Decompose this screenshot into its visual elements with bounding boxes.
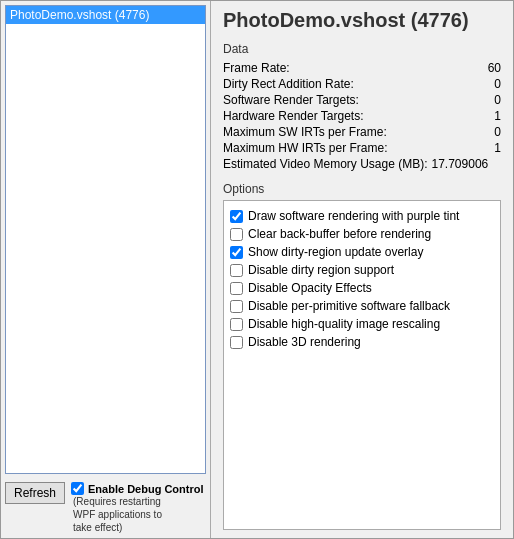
data-row-label: Hardware Render Targets: bbox=[223, 109, 364, 123]
enable-debug-checkbox[interactable] bbox=[71, 482, 84, 495]
data-row: Software Render Targets:0 bbox=[223, 92, 501, 108]
option-checkbox[interactable] bbox=[230, 210, 243, 223]
option-label: Disable Opacity Effects bbox=[248, 281, 372, 295]
data-row-label: Dirty Rect Addition Rate: bbox=[223, 77, 354, 91]
main-window: PhotoDemo.vshost (4776) Refresh Enable D… bbox=[0, 0, 514, 539]
data-row: Hardware Render Targets:1 bbox=[223, 108, 501, 124]
option-checkbox[interactable] bbox=[230, 246, 243, 259]
option-checkbox[interactable] bbox=[230, 228, 243, 241]
data-row-value: 0 bbox=[494, 93, 501, 107]
option-label: Disable dirty region support bbox=[248, 263, 394, 277]
data-row: Frame Rate:60 bbox=[223, 60, 501, 76]
data-row: Dirty Rect Addition Rate:0 bbox=[223, 76, 501, 92]
process-list[interactable]: PhotoDemo.vshost (4776) bbox=[5, 5, 206, 474]
data-row-label: Software Render Targets: bbox=[223, 93, 359, 107]
wide-data-row: Estimated Video Memory Usage (MB): 17.70… bbox=[223, 156, 501, 172]
option-row: Disable per-primitive software fallback bbox=[230, 297, 494, 315]
data-row-value: 1 bbox=[494, 109, 501, 123]
data-row: Maximum SW IRTs per Frame:0 bbox=[223, 124, 501, 140]
option-checkbox[interactable] bbox=[230, 264, 243, 277]
option-row: Disable 3D rendering bbox=[230, 333, 494, 351]
data-row-label: Maximum HW IRTs per Frame: bbox=[223, 141, 387, 155]
wide-data-value: 17.709006 bbox=[432, 157, 489, 171]
data-row-label: Maximum SW IRTs per Frame: bbox=[223, 125, 387, 139]
option-label: Disable 3D rendering bbox=[248, 335, 361, 349]
option-label: Clear back-buffer before rendering bbox=[248, 227, 431, 241]
option-label: Draw software rendering with purple tint bbox=[248, 209, 459, 223]
data-row-label: Frame Rate: bbox=[223, 61, 290, 75]
process-list-item[interactable]: PhotoDemo.vshost (4776) bbox=[6, 6, 205, 24]
option-row: Disable dirty region support bbox=[230, 261, 494, 279]
data-row: Maximum HW IRTs per Frame:1 bbox=[223, 140, 501, 156]
debug-note: (Requires restarting WPF applications to… bbox=[73, 495, 204, 534]
data-row-value: 60 bbox=[488, 61, 501, 75]
options-section: Options Draw software rendering with pur… bbox=[223, 182, 501, 530]
option-label: Disable high-quality image rescaling bbox=[248, 317, 440, 331]
option-row: Disable high-quality image rescaling bbox=[230, 315, 494, 333]
data-section: Data Frame Rate:60Dirty Rect Addition Ra… bbox=[223, 42, 501, 172]
data-section-label: Data bbox=[223, 42, 501, 56]
refresh-button[interactable]: Refresh bbox=[5, 482, 65, 504]
option-label: Disable per-primitive software fallback bbox=[248, 299, 450, 313]
option-row: Draw software rendering with purple tint bbox=[230, 207, 494, 225]
option-row: Disable Opacity Effects bbox=[230, 279, 494, 297]
option-row: Clear back-buffer before rendering bbox=[230, 225, 494, 243]
page-title: PhotoDemo.vshost (4776) bbox=[223, 9, 501, 32]
options-box: Draw software rendering with purple tint… bbox=[223, 200, 501, 530]
data-rows: Frame Rate:60Dirty Rect Addition Rate:0S… bbox=[223, 60, 501, 156]
right-panel: PhotoDemo.vshost (4776) Data Frame Rate:… bbox=[211, 1, 513, 538]
option-checkbox[interactable] bbox=[230, 336, 243, 349]
data-row-value: 0 bbox=[494, 77, 501, 91]
option-row: Show dirty-region update overlay bbox=[230, 243, 494, 261]
option-checkbox[interactable] bbox=[230, 282, 243, 295]
option-checkbox[interactable] bbox=[230, 318, 243, 331]
enable-debug-label: Enable Debug Control bbox=[88, 483, 204, 495]
options-section-label: Options bbox=[223, 182, 501, 196]
data-row-value: 0 bbox=[494, 125, 501, 139]
wide-data-label: Estimated Video Memory Usage (MB): bbox=[223, 157, 428, 171]
left-panel: PhotoDemo.vshost (4776) Refresh Enable D… bbox=[1, 1, 211, 538]
bottom-left-bar: Refresh Enable Debug Control (Requires r… bbox=[1, 478, 210, 538]
enable-debug-row: Enable Debug Control bbox=[71, 482, 204, 495]
option-checkbox[interactable] bbox=[230, 300, 243, 313]
debug-control-section: Enable Debug Control (Requires restartin… bbox=[71, 482, 204, 534]
option-label: Show dirty-region update overlay bbox=[248, 245, 423, 259]
data-row-value: 1 bbox=[494, 141, 501, 155]
